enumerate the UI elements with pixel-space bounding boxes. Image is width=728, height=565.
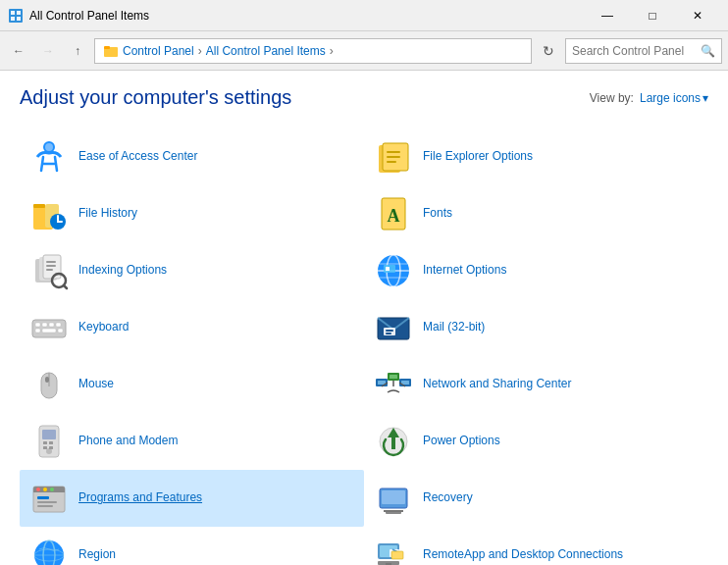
indexing-options-icon (29, 251, 69, 290)
mail-icon (374, 308, 413, 347)
item-programs-features[interactable]: Programs and Features (20, 470, 364, 527)
svg-rect-77 (37, 501, 57, 503)
svg-rect-26 (46, 265, 56, 267)
ease-of-access-label: Ease of Access Center (78, 149, 197, 165)
svg-rect-38 (35, 323, 40, 327)
svg-rect-25 (46, 261, 56, 263)
item-internet-options[interactable]: Internet Options (364, 242, 708, 299)
svg-rect-43 (42, 329, 56, 333)
svg-point-75 (50, 488, 54, 491)
svg-rect-94 (391, 551, 403, 559)
recovery-label: Recovery (423, 490, 473, 506)
svg-rect-40 (49, 323, 54, 327)
svg-rect-44 (58, 329, 63, 333)
svg-rect-67 (43, 446, 47, 449)
forward-button[interactable]: → (35, 38, 61, 64)
svg-rect-14 (387, 161, 396, 163)
remoteapp-icon (374, 536, 413, 565)
item-mouse[interactable]: Mouse (20, 356, 364, 413)
svg-point-8 (45, 143, 53, 151)
search-box[interactable]: 🔍 (565, 38, 722, 64)
item-file-history[interactable]: File History (20, 185, 364, 242)
refresh-button[interactable]: ↻ (536, 38, 561, 64)
region-label: Region (78, 547, 116, 563)
window-icon (8, 8, 24, 24)
region-icon (29, 536, 69, 565)
svg-point-74 (43, 488, 47, 491)
search-input[interactable] (572, 44, 697, 58)
view-by: View by: Large icons ▾ (590, 91, 708, 105)
up-button[interactable]: ↑ (65, 38, 90, 64)
file-explorer-options-label: File Explorer Options (423, 149, 533, 165)
address-path[interactable]: Control Panel › All Control Panel Items … (94, 38, 532, 64)
maximize-button[interactable]: □ (630, 0, 675, 31)
svg-rect-49 (386, 333, 391, 334)
svg-rect-1 (11, 11, 15, 15)
item-indexing-options[interactable]: Indexing Options (20, 242, 364, 299)
svg-rect-81 (382, 490, 405, 504)
ease-of-access-icon (29, 137, 69, 177)
svg-text:A: A (388, 206, 400, 226)
phone-modem-icon (29, 422, 69, 461)
item-network-sharing[interactable]: Network and Sharing Center (364, 356, 708, 413)
svg-rect-41 (56, 323, 61, 327)
svg-rect-65 (43, 441, 47, 444)
close-button[interactable]: ✕ (675, 0, 720, 31)
programs-features-icon (29, 479, 69, 518)
keyboard-icon (29, 308, 69, 347)
svg-rect-16 (33, 204, 45, 208)
svg-rect-39 (42, 323, 47, 327)
svg-rect-27 (46, 269, 53, 271)
svg-rect-13 (387, 156, 400, 158)
path-all-items[interactable]: All Control Panel Items (206, 44, 326, 58)
svg-point-73 (36, 488, 40, 491)
view-by-label: View by: (590, 91, 634, 105)
item-region[interactable]: Region (20, 527, 364, 565)
svg-rect-3 (11, 17, 15, 21)
file-history-icon (29, 194, 69, 233)
svg-rect-78 (37, 505, 53, 507)
title-bar: All Control Panel Items — □ ✕ (0, 0, 728, 31)
path-control-panel[interactable]: Control Panel (123, 44, 194, 58)
svg-rect-66 (49, 441, 53, 444)
svg-rect-58 (390, 375, 397, 379)
svg-rect-76 (37, 496, 49, 499)
programs-features-label: Programs and Features (78, 490, 202, 506)
phone-modem-label: Phone and Modem (78, 434, 178, 449)
network-sharing-label: Network and Sharing Center (423, 377, 571, 392)
svg-rect-36 (386, 267, 390, 271)
mouse-label: Mouse (78, 377, 114, 392)
minimize-button[interactable]: — (585, 0, 630, 31)
internet-options-icon (374, 251, 413, 290)
svg-rect-2 (17, 11, 21, 15)
page-title: Adjust your computer's settings (20, 86, 291, 109)
item-phone-modem[interactable]: Phone and Modem (20, 413, 364, 470)
main-content: Adjust your computer's settings View by:… (0, 71, 728, 565)
item-file-explorer-options[interactable]: File Explorer Options (364, 128, 708, 185)
back-button[interactable]: ← (6, 38, 31, 64)
item-keyboard[interactable]: Keyboard (20, 299, 364, 356)
item-remoteapp[interactable]: RemoteApp and Desktop Connections (364, 527, 708, 565)
svg-rect-4 (17, 17, 21, 21)
item-ease-of-access[interactable]: Ease of Access Center (20, 128, 364, 185)
power-options-label: Power Options (423, 434, 500, 449)
item-mail[interactable]: Mail (32-bit) (364, 299, 708, 356)
svg-rect-6 (104, 46, 110, 49)
search-icon: 🔍 (701, 44, 715, 58)
item-fonts[interactable]: A Fonts (364, 185, 708, 242)
file-history-label: File History (78, 206, 137, 222)
window-controls: — □ ✕ (585, 0, 720, 31)
svg-line-29 (64, 285, 67, 288)
view-by-value[interactable]: Large icons ▾ (640, 91, 708, 105)
recovery-icon (374, 479, 413, 518)
svg-rect-48 (386, 330, 393, 332)
mail-label: Mail (32-bit) (423, 320, 485, 335)
keyboard-label: Keyboard (78, 320, 129, 335)
item-power-options[interactable]: Power Options (364, 413, 708, 470)
items-grid: Ease of Access Center File Explorer Opti… (20, 128, 708, 565)
item-recovery[interactable]: Recovery (364, 470, 708, 527)
address-bar: ← → ↑ Control Panel › All Control Panel … (0, 31, 728, 71)
svg-rect-12 (387, 151, 400, 153)
indexing-options-label: Indexing Options (78, 263, 167, 279)
page-header: Adjust your computer's settings View by:… (20, 86, 708, 109)
